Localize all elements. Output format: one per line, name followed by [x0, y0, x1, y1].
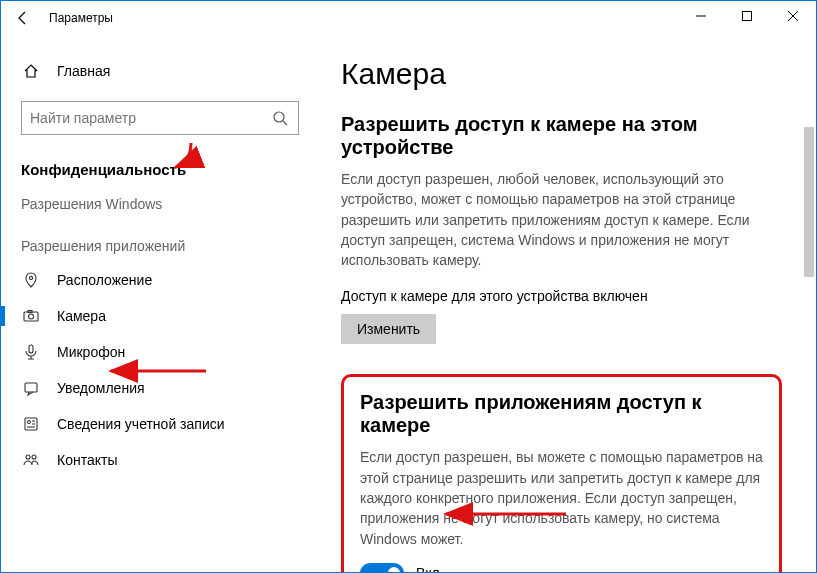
page-title: Камера: [341, 57, 782, 91]
window-title: Параметры: [49, 11, 113, 25]
svg-point-11: [28, 421, 31, 424]
sidebar-item-label: Расположение: [57, 272, 152, 288]
toggle-label: Вкл.: [416, 565, 444, 572]
svg-line-3: [283, 121, 287, 125]
device-access-status: Доступ к камере для этого устройства вкл…: [341, 288, 782, 304]
home-nav[interactable]: Главная: [1, 53, 319, 89]
highlight-box: Разрешить приложениям доступ к камере Ес…: [341, 374, 782, 572]
svg-rect-10: [25, 418, 37, 430]
section2-title: Разрешить приложениям доступ к камере: [360, 391, 763, 437]
close-button[interactable]: [770, 1, 816, 31]
section1-title: Разрешить доступ к камере на этом устрой…: [341, 113, 782, 159]
microphone-icon: [21, 344, 41, 360]
account-icon: [21, 416, 41, 432]
category-subtitle: Разрешения Windows: [1, 188, 319, 220]
sidebar-item-contacts[interactable]: Контакты: [1, 442, 319, 478]
svg-rect-5: [24, 312, 38, 321]
toggle-knob: [388, 567, 400, 572]
sidebar-item-location[interactable]: Расположение: [1, 262, 319, 298]
content-pane: Камера Разрешить доступ к камере на этом…: [319, 35, 816, 572]
home-icon: [21, 63, 41, 79]
sidebar-item-label: Камера: [57, 308, 106, 324]
sidebar-item-notifications[interactable]: Уведомления: [1, 370, 319, 406]
svg-point-2: [274, 112, 284, 122]
change-button[interactable]: Изменить: [341, 314, 436, 344]
sidebar-item-label: Уведомления: [57, 380, 145, 396]
sidebar: Главная Конфиденциальность Разрешения Wi…: [1, 35, 319, 572]
sidebar-item-label: Микрофон: [57, 344, 125, 360]
contacts-icon: [21, 452, 41, 468]
group-label: Разрешения приложений: [1, 220, 319, 262]
svg-point-15: [26, 455, 30, 459]
category-title: Конфиденциальность: [1, 151, 319, 188]
sidebar-item-account-info[interactable]: Сведения учетной записи: [1, 406, 319, 442]
svg-rect-1: [743, 12, 752, 21]
svg-point-6: [29, 314, 34, 319]
section1-body: Если доступ разрешен, любой человек, исп…: [341, 169, 782, 270]
home-label: Главная: [57, 63, 110, 79]
svg-point-16: [32, 455, 36, 459]
minimize-button[interactable]: [678, 1, 724, 31]
camera-icon: [21, 308, 41, 324]
location-icon: [21, 272, 41, 288]
sidebar-item-label: Сведения учетной записи: [57, 416, 225, 432]
notifications-icon: [21, 380, 41, 396]
svg-point-4: [29, 276, 32, 279]
sidebar-item-camera[interactable]: Камера: [1, 298, 319, 334]
sidebar-item-label: Контакты: [57, 452, 117, 468]
scrollbar-thumb[interactable]: [804, 127, 814, 277]
search-input[interactable]: [30, 110, 270, 126]
apps-access-toggle[interactable]: [360, 563, 404, 572]
search-box[interactable]: [21, 101, 299, 135]
maximize-button[interactable]: [724, 1, 770, 31]
section2-body: Если доступ разрешен, вы можете с помощь…: [360, 447, 763, 548]
svg-rect-9: [25, 383, 37, 392]
sidebar-item-microphone[interactable]: Микрофон: [1, 334, 319, 370]
svg-rect-8: [29, 345, 33, 353]
back-button[interactable]: [9, 10, 37, 26]
search-icon: [270, 110, 290, 126]
